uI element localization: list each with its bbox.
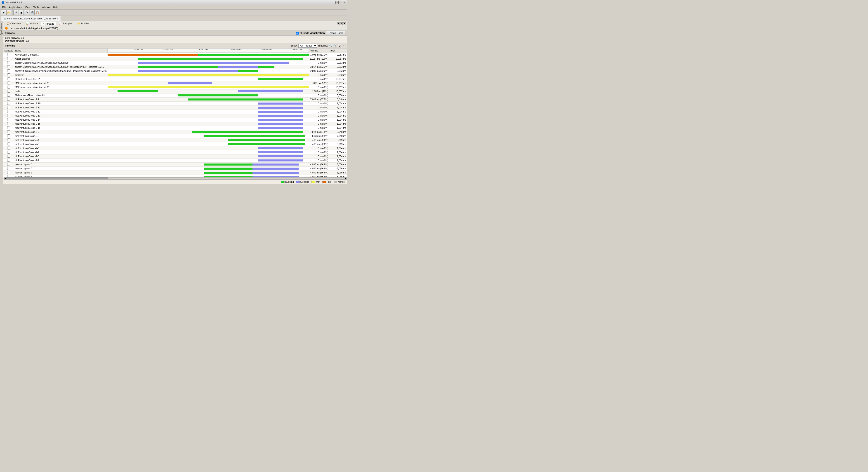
- h-scrollbar[interactable]: ◀ ▶: [3, 177, 347, 180]
- thread-checkbox-cell[interactable]: [3, 94, 14, 98]
- thread-checkbox-cell[interactable]: [3, 122, 14, 126]
- zoom-in-button[interactable]: 🔍: [329, 44, 332, 47]
- thread-checkbox-cell[interactable]: [3, 171, 14, 175]
- nav-left-button[interactable]: ◀: [337, 22, 340, 25]
- thread-checkbox-cell[interactable]: [3, 118, 14, 122]
- thread-checkbox-cell[interactable]: [3, 126, 14, 130]
- thread-checkbox-cell[interactable]: [3, 155, 14, 159]
- thread-checkbox[interactable]: [7, 134, 10, 137]
- thread-checkbox[interactable]: [7, 106, 10, 109]
- thread-checkbox-cell[interactable]: [3, 69, 14, 73]
- thread-table-container[interactable]: Selected Name 1:48:40 PM 1:48:42 PM 1:48…: [3, 48, 347, 177]
- h-scroll-thumb[interactable]: [6, 177, 108, 179]
- tab-threads[interactable]: ≡ Threads: [41, 22, 56, 26]
- thread-checkbox-cell[interactable]: [3, 81, 14, 86]
- toolbar-thread-button[interactable]: 📋: [35, 10, 40, 15]
- app-tab-close[interactable]: ×: [57, 18, 58, 20]
- thread-checkbox-cell[interactable]: [3, 110, 14, 114]
- thread-checkbox[interactable]: [7, 155, 10, 158]
- thread-checkbox-cell[interactable]: [3, 163, 14, 167]
- show-select[interactable]: All Threads: [298, 43, 317, 48]
- thread-checkbox-cell[interactable]: [3, 146, 14, 150]
- thread-checkbox-cell[interactable]: [3, 53, 14, 57]
- menu-tools[interactable]: Tools: [32, 5, 40, 9]
- thread-checkbox-cell[interactable]: [3, 57, 14, 61]
- thread-checkbox[interactable]: [7, 126, 10, 129]
- menu-help[interactable]: Help: [52, 5, 60, 9]
- thread-checkbox-cell[interactable]: [3, 98, 14, 102]
- thread-checkbox[interactable]: [7, 138, 10, 141]
- thread-checkbox[interactable]: [7, 65, 10, 68]
- thread-checkbox[interactable]: [7, 175, 10, 177]
- thread-checkbox[interactable]: [7, 61, 10, 64]
- thread-checkbox[interactable]: [7, 150, 10, 154]
- sidebar-apps-label[interactable]: Applications: [0, 22, 3, 36]
- thread-checkbox-cell[interactable]: [3, 142, 14, 146]
- thread-checkbox-cell[interactable]: [3, 167, 14, 171]
- thread-checkbox-cell[interactable]: [3, 150, 14, 155]
- toolbar-heap-button[interactable]: 💾: [30, 10, 35, 15]
- thread-checkbox-cell[interactable]: [3, 134, 14, 138]
- menu-file[interactable]: File: [1, 5, 8, 9]
- menu-window[interactable]: Window: [40, 5, 52, 9]
- zoom-out-button[interactable]: 🔍: [333, 44, 337, 47]
- toolbar-open-button[interactable]: 📂: [6, 10, 11, 15]
- toolbar-stop-button[interactable]: ⏹: [19, 10, 24, 15]
- threads-visualization-checkbox-label[interactable]: Threads visualization: [296, 32, 325, 35]
- thread-checkbox[interactable]: [7, 90, 10, 93]
- scroll-left-arrow[interactable]: ◀: [4, 177, 6, 179]
- toolbar-gc-button[interactable]: ♻: [24, 10, 29, 15]
- thread-checkbox[interactable]: [7, 167, 10, 170]
- thread-checkbox-cell[interactable]: [3, 73, 14, 77]
- scroll-right-arrow[interactable]: ▶: [344, 177, 347, 179]
- thread-checkbox-cell[interactable]: [3, 90, 14, 94]
- thread-checkbox[interactable]: [7, 146, 10, 149]
- menu-applications[interactable]: Applications: [8, 5, 24, 9]
- h-scroll-track[interactable]: [6, 177, 344, 179]
- thread-checkbox[interactable]: [7, 81, 10, 85]
- threads-visualization-checkbox[interactable]: [296, 32, 299, 35]
- thread-checkbox[interactable]: [7, 77, 10, 80]
- thread-checkbox[interactable]: [7, 86, 10, 89]
- tab-overview[interactable]: 🏠 Overview: [4, 22, 23, 26]
- thread-checkbox[interactable]: [7, 73, 10, 76]
- thread-checkbox[interactable]: [7, 130, 10, 133]
- zoom-fit-button[interactable]: ⊡: [338, 44, 341, 47]
- thread-dump-button[interactable]: Thread Dump: [326, 31, 345, 35]
- thread-checkbox-cell[interactable]: [3, 175, 14, 177]
- thread-checkbox-cell[interactable]: [3, 102, 14, 106]
- thread-checkbox[interactable]: [7, 122, 10, 125]
- thread-checkbox-cell[interactable]: [3, 86, 14, 90]
- minimize-button[interactable]: −: [336, 1, 339, 4]
- thread-checkbox[interactable]: [7, 94, 10, 97]
- thread-checkbox-cell[interactable]: [3, 65, 14, 69]
- thread-checkbox[interactable]: [7, 110, 10, 113]
- thread-checkbox-cell[interactable]: [3, 77, 14, 81]
- thread-checkbox[interactable]: [7, 142, 10, 145]
- thread-checkbox-cell[interactable]: [3, 106, 14, 110]
- nav-menu-button[interactable]: ▼: [343, 22, 346, 25]
- app-tab[interactable]: 🍵 com.maoudia.tutorial.Application (pid …: [1, 16, 61, 21]
- thread-checkbox[interactable]: [7, 53, 10, 56]
- tab-profiler[interactable]: ⚡ Profiler: [75, 22, 91, 26]
- menu-view[interactable]: View: [24, 5, 32, 9]
- thread-checkbox[interactable]: [7, 69, 10, 72]
- thread-checkbox-cell[interactable]: [3, 114, 14, 118]
- maximize-button[interactable]: □: [339, 1, 342, 4]
- thread-checkbox-cell[interactable]: [3, 130, 14, 134]
- thread-checkbox[interactable]: [7, 57, 10, 60]
- toolbar-refresh-button[interactable]: ↺: [13, 10, 18, 15]
- close-button[interactable]: ×: [343, 1, 346, 4]
- thread-checkbox[interactable]: [7, 163, 10, 166]
- thread-checkbox[interactable]: [7, 159, 10, 162]
- thread-checkbox[interactable]: [7, 171, 10, 174]
- thread-checkbox-cell[interactable]: [3, 61, 14, 65]
- thread-checkbox[interactable]: [7, 114, 10, 117]
- timeline-close-button[interactable]: ×: [342, 44, 345, 47]
- thread-checkbox[interactable]: [7, 102, 10, 105]
- toolbar-new-button[interactable]: ⊕: [1, 10, 6, 15]
- thread-checkbox-cell[interactable]: [3, 138, 14, 142]
- nav-right-button[interactable]: ▶: [340, 22, 343, 25]
- tab-sampler[interactable]: 📈 Sampler: [57, 22, 74, 26]
- tab-monitor[interactable]: 📊 Monitor: [24, 22, 40, 26]
